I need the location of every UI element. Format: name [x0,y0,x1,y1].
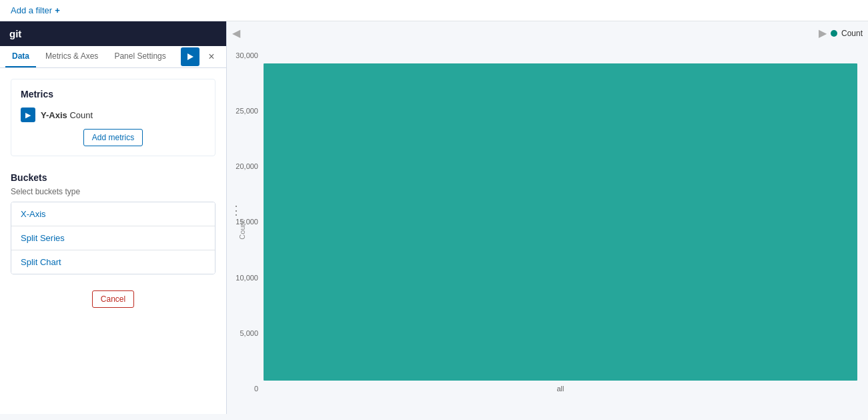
y-label-10000: 10,000 [236,274,258,282]
chart-area: ◀ ▶ Count 30,000 25,000 20,000 [227,21,868,414]
add-filter-button[interactable]: Add a filter + [11,5,60,15]
bucket-option-split-series[interactable]: Split Series [11,226,215,250]
y-axis-title: Count [238,220,246,239]
y-label-30000: 30,000 [236,51,258,59]
select-type-label: Select buckets type [11,187,215,196]
bar-plot [264,50,857,381]
add-filter-icon: + [55,5,60,15]
metric-label: Y-Axis Count [41,110,93,120]
run-button[interactable] [181,47,199,66]
tab-data[interactable]: Data [5,46,36,67]
buckets-section: Buckets Select buckets type X-Axis Split… [11,172,215,308]
chart-legend: ▶ Count [819,27,863,39]
chart-nav-left-button[interactable]: ◀ [227,24,246,42]
metrics-title: Metrics [21,89,205,99]
add-filter-label: Add a filter [11,5,52,15]
metric-axis: Y-Axis [41,110,67,120]
legend-color-dot [831,30,837,37]
top-bar: Add a filter + [0,0,868,21]
legend-label: Count [841,29,863,38]
close-button[interactable]: × [202,47,221,66]
three-dots-button[interactable]: ⋮ [230,203,242,218]
sidebar-content: Metrics ▶ Y-Axis Count Add metrics Buck [0,68,226,414]
nav-left-icon: ◀ [232,27,240,39]
y-label-5000: 5,000 [240,329,258,337]
bucket-option-x-axis[interactable]: X-Axis [11,202,215,226]
bar-container: all [264,50,857,394]
y-label-0: 0 [254,385,258,393]
buckets-title: Buckets [11,172,215,183]
metric-row: ▶ Y-Axis Count [21,108,205,122]
run-icon [186,53,194,61]
svg-marker-0 [187,53,193,60]
bucket-options: X-Axis Split Series Split Chart [11,202,215,274]
x-axis-label: all [264,385,857,393]
add-metrics-button[interactable]: Add metrics [83,129,143,146]
tab-panel-settings[interactable]: Panel Settings [107,46,172,67]
teal-bar [264,63,857,381]
bucket-option-split-chart[interactable]: Split Chart [11,250,215,274]
y-label-25000: 25,000 [236,107,258,115]
metric-type: Count [69,110,93,120]
nav-right-icon: ▶ [819,27,827,39]
cancel-button[interactable]: Cancel [92,290,134,308]
metric-expand-button[interactable]: ▶ [21,108,35,122]
chart-nav-right-button[interactable]: ▶ [819,27,827,39]
y-label-20000: 20,000 [236,162,258,170]
metrics-section: Metrics ▶ Y-Axis Count Add metrics [11,79,215,156]
sidebar-title: git [0,21,226,46]
sidebar: git Data Metrics & Axes Panel Settings [0,21,227,414]
sidebar-tabs: Data Metrics & Axes Panel Settings × [0,46,226,68]
tab-metrics-axes[interactable]: Metrics & Axes [39,46,105,67]
